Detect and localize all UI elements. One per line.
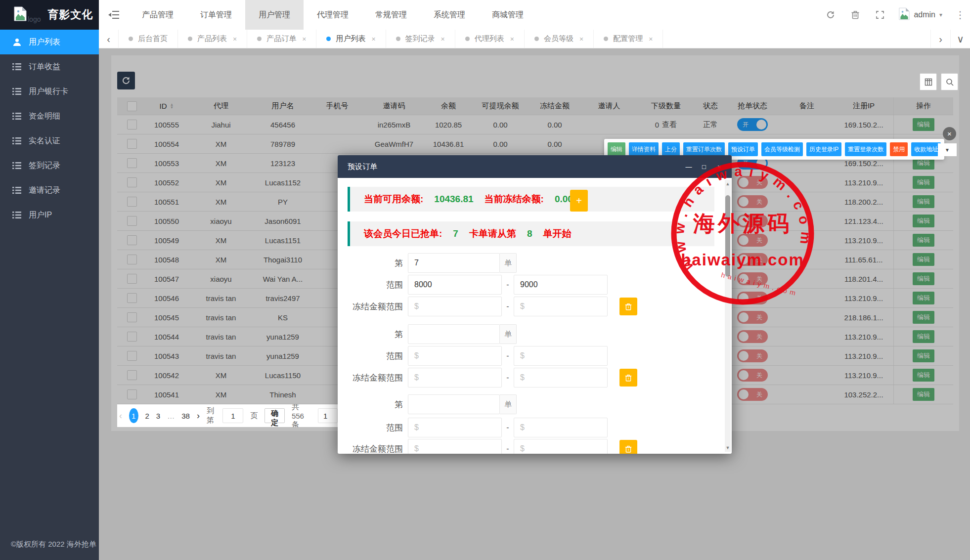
scroll-down-icon[interactable]: ▼ (725, 445, 731, 450)
bar-text: 7 (453, 228, 458, 239)
range-to-input[interactable] (514, 275, 608, 295)
confirm-page-button[interactable]: 确定 (265, 408, 285, 423)
tab-close-icon[interactable]: × (510, 35, 514, 43)
preset-num-row: 第单 (338, 394, 713, 414)
scroll-up-icon[interactable]: ▲ (725, 181, 731, 186)
range-from-input[interactable] (408, 346, 502, 366)
tab-item[interactable]: 产品订单× (247, 30, 316, 48)
sidebar-item-label: 订单收益 (29, 62, 60, 72)
tab-item[interactable]: 代理列表× (455, 30, 525, 48)
more-menu-icon[interactable]: ⋮ (955, 9, 964, 21)
range-from-input[interactable] (408, 418, 502, 437)
row-action-button[interactable]: 编辑 (608, 142, 625, 156)
popup-close-icon[interactable]: × (943, 127, 956, 140)
row-action-button[interactable]: 详情资料 (629, 142, 659, 156)
tab-close-icon[interactable]: × (649, 35, 653, 43)
per-page-select[interactable]: 1 (318, 408, 338, 423)
order-number-input[interactable] (408, 253, 500, 273)
nav-item[interactable]: 订单管理 (187, 0, 245, 30)
scrollbar-thumb[interactable] (725, 195, 730, 277)
sidebar-item[interactable]: 订单收益 (0, 54, 99, 79)
sidebar-item[interactable]: 资金明细 (0, 104, 99, 129)
copyright: ©版权所有 2022 海外抢单 (11, 540, 96, 549)
range-to-input[interactable] (514, 346, 608, 366)
nav-item[interactable]: 产品管理 (129, 0, 187, 30)
tab-item[interactable]: 产品列表× (178, 30, 247, 48)
tabs-collapse[interactable]: ∨ (950, 30, 970, 48)
tab-item[interactable]: 配置管理× (594, 30, 663, 48)
frozen-from-input[interactable] (408, 439, 502, 454)
row-action-button[interactable]: 上分 (662, 142, 680, 156)
minimize-icon[interactable]: — (685, 163, 692, 171)
tab-active[interactable]: 用户列表× (316, 30, 386, 48)
tab-close-icon[interactable]: × (302, 35, 306, 43)
sidebar-item[interactable]: 用户银行卡 (0, 79, 99, 104)
row-action-button[interactable]: 重置登录次数 (845, 142, 886, 156)
frozen-to-input[interactable] (514, 368, 608, 388)
delete-group-button[interactable] (619, 298, 637, 315)
sidebar-item[interactable]: 邀请记录 (0, 178, 99, 203)
close-icon[interactable]: × (716, 163, 723, 171)
nav-item[interactable]: 常规管理 (362, 0, 420, 30)
row-action-button[interactable]: 重置订单次数 (683, 142, 725, 156)
modal-header[interactable]: 预设订单 — □ × (338, 155, 732, 178)
menu-fold-icon[interactable] (99, 0, 129, 30)
page-number[interactable]: 2 (145, 412, 149, 420)
range-from-input[interactable] (408, 275, 502, 295)
maximize-icon[interactable]: □ (701, 163, 707, 171)
page-number[interactable]: 3 (156, 412, 160, 420)
fullscreen-icon[interactable] (874, 9, 886, 21)
tab-close-icon[interactable]: × (579, 35, 583, 43)
goto-page-input[interactable] (222, 408, 243, 423)
sidebar-item[interactable]: 用户列表 (0, 30, 99, 54)
tabs-scroll-left[interactable]: ‹ (99, 30, 119, 48)
tab-close-icon[interactable]: × (371, 35, 375, 43)
frozen-to-input[interactable] (514, 297, 608, 316)
modal-scrollbar[interactable]: ▲ ▼ (725, 180, 731, 452)
nav-item[interactable]: 用户管理 (245, 0, 304, 30)
sidebar-item[interactable]: 签到记录 (0, 153, 99, 178)
order-number-input[interactable] (408, 394, 500, 414)
nav-item[interactable]: 商城管理 (479, 0, 537, 30)
page-number[interactable]: 38 (181, 412, 190, 420)
range-label: 范围 (338, 279, 408, 291)
logo-alt-text: logo (28, 15, 41, 23)
range-to-input[interactable] (514, 418, 608, 437)
search-icon[interactable] (941, 73, 958, 90)
row-action-button[interactable]: 会员等级检测 (761, 142, 803, 156)
nav-item[interactable]: 代理管理 (304, 0, 362, 30)
balance-info-bar: 当前可用余额:10436.81当前冻结余额:0.00 (348, 187, 714, 212)
page-prev[interactable]: ‹ (119, 411, 122, 421)
sidebar-item[interactable]: 实名认证 (0, 129, 99, 153)
tab-item[interactable]: 会员等级× (525, 30, 594, 48)
user-menu[interactable]: admin ▾ (899, 7, 942, 22)
frozen-from-input[interactable] (408, 297, 502, 316)
tab-item[interactable]: 后台首页 (119, 30, 178, 48)
columns-icon[interactable] (920, 73, 937, 90)
tabs-scroll-right[interactable]: › (930, 30, 950, 48)
page-next[interactable]: › (197, 411, 200, 421)
order-number-input[interactable] (408, 324, 500, 344)
row-action-button[interactable]: 预设订单 (728, 142, 758, 156)
nav-item[interactable]: 系统管理 (420, 0, 479, 30)
column-filter-icon[interactable]: ▼ (938, 143, 957, 156)
page-number[interactable]: 1 (129, 408, 138, 423)
bar-text: 当前冻结余额: (485, 193, 544, 206)
delete-group-button[interactable] (619, 369, 637, 387)
row-action-button[interactable]: 历史登录IP (806, 142, 841, 156)
tab-close-icon[interactable]: × (233, 35, 237, 43)
refresh-icon[interactable] (825, 9, 837, 21)
row-action-button[interactable]: 禁用 (890, 142, 908, 156)
trash-icon[interactable] (849, 9, 861, 21)
row-action-button[interactable]: 收款地址 (911, 142, 941, 156)
list-icon (12, 162, 22, 170)
delete-group-button[interactable] (619, 440, 637, 454)
page-unit-label: 页 (250, 411, 258, 421)
sidebar-item[interactable]: 用户IP (0, 203, 99, 227)
tab-close-icon[interactable]: × (441, 35, 445, 43)
preset-order-modal: 预设订单 — □ × 当前可用余额:10436.81当前冻结余额:0.00 + … (338, 155, 732, 454)
frozen-from-input[interactable] (408, 368, 502, 388)
add-balance-button[interactable]: + (570, 190, 588, 212)
frozen-to-input[interactable] (514, 439, 608, 454)
tab-item[interactable]: 签到记录× (386, 30, 455, 48)
